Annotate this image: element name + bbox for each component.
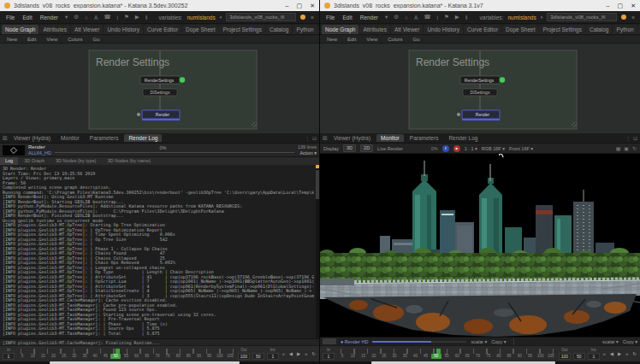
main-tab[interactable]: Undo History [424,25,463,34]
toolbar-icon[interactable]: ⚑ [123,14,130,21]
playback-button-icon[interactable]: ↻ [631,351,637,356]
playback-button-icon[interactable]: ▶ [296,351,301,356]
toolbar-icon[interactable]: ☎ [103,14,111,21]
render-log-tab[interactable]: 3D Graph [19,157,50,165]
playback-button-icon[interactable]: ↻ [311,351,317,356]
log-scrollbar[interactable] [316,165,319,338]
main-tab[interactable]: Project Settings [539,25,585,34]
main-tab[interactable]: Curve Editor [144,25,181,34]
toolbar-icon[interactable]: ▾ [64,14,68,21]
node-render[interactable]: Render [457,110,500,120]
toolbar-icon[interactable]: ⚙ [393,14,400,21]
playback-button-icon[interactable]: « [281,351,286,356]
toolbar-icon[interactable]: A [413,15,418,21]
stop-render-button[interactable]: ■ [453,145,460,152]
main-tab[interactable]: Node Graph [322,25,359,34]
toolbar-icon[interactable]: ☎ [423,14,431,21]
toolbar-icon[interactable]: ○ [404,15,409,21]
node-enabled-led[interactable] [180,77,185,82]
node-render[interactable]: Render [137,110,180,120]
copy-dropdown-2[interactable]: Copy ▾ [623,339,637,344]
toolbar-icon[interactable]: ▶ [134,14,140,21]
close-button[interactable]: ✕ [310,0,315,11]
pane-tab[interactable]: Viewer (Hydra) [329,134,375,142]
node-render-settings[interactable]: RenderSettings [460,76,505,84]
colorspace-dropdown[interactable]: scalar ▾ [471,339,487,344]
pane-tab[interactable]: Parameters [406,134,443,142]
menu-item[interactable]: File [4,15,16,21]
in-frame-field[interactable]: 1 [323,353,335,360]
render-log-output[interactable]: 3D Render: RenderStart Time: Fri Dec 13 … [0,165,319,338]
maximize-button[interactable]: ▢ [618,0,624,11]
pane-grid-icon[interactable]: ⊞ [3,135,8,142]
menu-item[interactable]: Render [359,15,380,21]
node-graph-menu-item[interactable]: New [325,37,339,42]
chevron-down-icon[interactable]: ▾ [541,15,543,20]
colorspace-dropdown-2[interactable]: scalar ▾ [602,339,619,344]
out-frame-field[interactable]: 100 [238,353,250,360]
toolbar-icon[interactable]: ○ [84,15,89,21]
pause-render-button[interactable]: ‖ [442,145,449,152]
toolbar-icon[interactable]: ⚙ [73,14,80,21]
inc-field[interactable]: 1 [588,353,600,360]
monitor-option-icon[interactable]: ↻ [632,145,637,151]
toolbar-icon[interactable]: ‖ [145,15,149,21]
current-frame-label[interactable]: 50 [110,354,121,359]
buffer-thumbnail[interactable] [323,338,336,344]
live-render-label[interactable]: Live Render [377,146,403,151]
playback-button-icon[interactable]: ◀ [288,351,293,356]
toolbar-icon[interactable]: i [116,15,119,21]
variables-value[interactable]: numIslands [187,15,215,21]
node-graph-menu-item[interactable]: View [44,37,59,42]
node-graph-menu-item[interactable]: Go [412,37,422,42]
chevron-down-icon[interactable]: ▾ [220,15,222,20]
monitor-option-icon[interactable]: ▦ [616,145,621,151]
pane-tab[interactable]: Parameters [86,134,123,142]
main-tab[interactable]: Curve Editor [464,25,501,34]
toolbar-icon[interactable]: ⚑ [443,14,450,21]
node-graph-menu-item[interactable]: New [5,37,19,42]
node-graph-canvas[interactable]: Render Settings RenderSettings DlSetting… [320,44,640,133]
node-dl-settings[interactable]: DlSettings [143,89,177,96]
layout-menu-icon[interactable]: ≡ [310,15,315,21]
current-frame-field[interactable]: 50 [252,353,264,360]
node-graph-menu-item[interactable]: Colors [66,37,84,42]
main-tab[interactable]: Att Viewer [391,25,424,34]
main-tab[interactable]: Node Graph [2,25,39,34]
main-tab[interactable]: Attributes [359,25,389,34]
view-2d-toggle[interactable]: 2D [360,144,373,152]
main-tab[interactable]: Dope Sheet [502,25,538,34]
buffer-name[interactable]: ● Render HD [341,339,368,344]
action-dropdown[interactable]: Action ▾ [299,150,317,156]
maximize-button[interactable]: ▢ [297,0,303,11]
view-3d-toggle[interactable]: 3D [343,144,356,152]
node-graph-menu-item[interactable]: Colors [386,37,404,42]
render-entry-strip[interactable]: Render ALL64_HD 0% 139 lines Action ▾ [0,144,319,157]
playback-button-icon[interactable]: ▶ [617,351,622,356]
inc-field[interactable]: 1 [267,353,279,360]
node-graph-menu-item[interactable]: Edit [26,37,38,42]
node-render-settings[interactable]: RenderSettings [140,76,185,84]
menu-item[interactable]: Edit [341,15,353,21]
pane-tab[interactable]: Monitor [56,134,84,142]
zoom-level-dropdown[interactable]: 1 : 1 ▾ [465,146,477,151]
node-graph-menu-item[interactable]: View [364,37,379,42]
main-tab[interactable]: Python [613,25,637,34]
render-log-tab[interactable]: Log [0,157,18,165]
main-tab[interactable]: Dope Sheet [182,25,218,34]
main-tab[interactable]: Catalog [586,25,612,34]
buffer-dropdown[interactable]: Front 16F ▾ [509,146,533,151]
pane-tab[interactable]: Monitor [376,134,404,142]
node-graph-canvas[interactable]: Render Settings RenderSettings DlSetting… [0,44,319,133]
current-frame-field[interactable]: 50 [573,353,585,360]
pane-pin-icon[interactable]: ⋮ [625,135,631,141]
minimize-button[interactable]: – [607,0,610,11]
node-name-field[interactable]: 3dIslands_v08_rocks_fil [547,13,617,21]
toolbar-icon[interactable]: ‖ [465,15,469,21]
layout-menu-icon[interactable]: ≡ [631,15,636,21]
close-button[interactable]: ✕ [631,0,636,11]
pane-popout-icon[interactable]: ⊡ [633,135,637,141]
render-log-tab[interactable]: 3D Nodes (by name) [102,157,156,165]
toolbar-icon[interactable]: ▾ [384,14,388,21]
menu-item[interactable]: File [324,15,336,21]
